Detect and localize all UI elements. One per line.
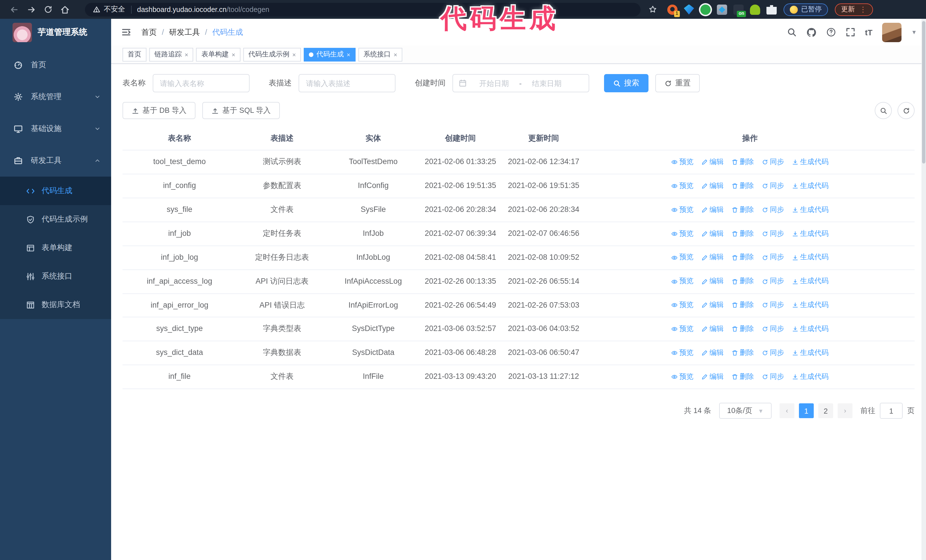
edit-link[interactable]: 编辑 [702, 180, 724, 192]
sync-link[interactable]: 同步 [762, 347, 784, 359]
generate-code-link[interactable]: 生成代码 [792, 324, 829, 335]
delete-link[interactable]: 删除 [732, 228, 754, 239]
extension-icon-5[interactable]: on [733, 4, 744, 15]
update-browser-button[interactable]: 更新 ⋮ [835, 3, 873, 16]
sync-link[interactable]: 同步 [762, 157, 784, 168]
end-date-input[interactable] [523, 79, 571, 88]
delete-link[interactable]: 删除 [732, 324, 754, 335]
tab-item[interactable]: 链路追踪× [149, 48, 194, 61]
sync-link[interactable]: 同步 [762, 228, 784, 239]
security-label[interactable]: 不安全 [104, 5, 125, 14]
preview-link[interactable]: 预览 [671, 157, 693, 168]
sidebar-item[interactable]: 研发工具 [0, 145, 111, 177]
generate-code-link[interactable]: 生成代码 [792, 157, 829, 168]
delete-link[interactable]: 删除 [732, 347, 754, 359]
page-scrollbar[interactable] [921, 19, 926, 560]
generate-code-link[interactable]: 生成代码 [792, 204, 829, 215]
close-icon[interactable]: × [232, 51, 235, 58]
scrollbar-thumb[interactable] [922, 21, 925, 163]
next-page-button[interactable]: › [838, 403, 852, 418]
extension-icon-4[interactable] [717, 4, 727, 15]
github-icon[interactable] [806, 27, 817, 37]
reload-icon[interactable] [44, 5, 53, 14]
tab-item[interactable]: 首页 [123, 48, 147, 61]
import-sql-button[interactable]: 基于 SQL 导入 [203, 102, 280, 119]
extension-icon-2[interactable] [684, 4, 694, 15]
delete-link[interactable]: 删除 [732, 157, 754, 168]
preview-link[interactable]: 预览 [671, 204, 693, 215]
sync-link[interactable]: 同步 [762, 180, 784, 192]
edit-link[interactable]: 编辑 [702, 371, 724, 383]
sync-link[interactable]: 同步 [762, 300, 784, 311]
generate-code-link[interactable]: 生成代码 [792, 252, 829, 263]
goto-page-input[interactable] [880, 403, 903, 419]
generate-code-link[interactable]: 生成代码 [792, 347, 829, 359]
generate-code-link[interactable]: 生成代码 [792, 276, 829, 287]
close-icon[interactable]: × [185, 51, 188, 58]
search-button[interactable]: 搜索 [604, 74, 649, 92]
page-size-select[interactable]: 10条/页 ▼ [719, 403, 772, 419]
sync-link[interactable]: 同步 [762, 276, 784, 287]
sync-link[interactable]: 同步 [762, 204, 784, 215]
import-db-button[interactable]: 基于 DB 导入 [123, 102, 196, 119]
extension-icon-7[interactable] [766, 4, 777, 15]
user-avatar[interactable] [882, 23, 902, 42]
delete-link[interactable]: 删除 [732, 300, 754, 311]
breadcrumb-tools[interactable]: 研发工具 [169, 27, 200, 37]
close-icon[interactable]: × [394, 51, 398, 58]
toggle-search-button[interactable] [875, 102, 892, 119]
search-icon[interactable] [787, 27, 797, 37]
preview-link[interactable]: 预览 [671, 252, 693, 263]
edit-link[interactable]: 编辑 [702, 157, 724, 168]
date-range-picker[interactable]: - [452, 74, 589, 92]
back-icon[interactable] [10, 5, 19, 14]
extension-icon-3[interactable] [701, 4, 711, 15]
sidebar-subitem[interactable]: 代码生成 [0, 177, 111, 205]
sidebar-subitem[interactable]: 系统接口 [0, 262, 111, 291]
url-host[interactable]: dashboard.yudao.iocoder.cn [137, 5, 227, 14]
reset-button[interactable]: 重置 [655, 74, 700, 92]
extension-icon-1[interactable]: 1 [667, 4, 678, 15]
forward-icon[interactable] [27, 5, 36, 14]
preview-link[interactable]: 预览 [671, 324, 693, 335]
sidebar-subitem[interactable]: 表单构建 [0, 234, 111, 262]
delete-link[interactable]: 删除 [732, 276, 754, 287]
font-size-icon[interactable]: tT [865, 28, 872, 37]
close-icon[interactable]: × [347, 51, 351, 58]
edit-link[interactable]: 编辑 [702, 276, 724, 287]
refresh-table-button[interactable] [897, 102, 915, 119]
delete-link[interactable]: 删除 [732, 204, 754, 215]
tab-item[interactable]: 代码生成示例× [243, 48, 301, 61]
tab-active[interactable]: 代码生成× [304, 48, 356, 61]
url-path[interactable]: /tool/codegen [227, 5, 269, 14]
preview-link[interactable]: 预览 [671, 347, 693, 359]
paused-extension-button[interactable]: 已暂停 [784, 3, 828, 16]
table-desc-input[interactable] [299, 74, 395, 92]
tab-item[interactable]: 表单构建× [196, 48, 241, 61]
page-button-1[interactable]: 1 [799, 403, 814, 418]
help-icon[interactable] [826, 27, 836, 37]
preview-link[interactable]: 预览 [671, 180, 693, 192]
tab-item[interactable]: 系统接口× [359, 48, 402, 61]
sidebar-subitem[interactable]: 代码生成示例 [0, 205, 111, 234]
sync-link[interactable]: 同步 [762, 324, 784, 335]
fullscreen-icon[interactable] [846, 27, 855, 37]
generate-code-link[interactable]: 生成代码 [792, 228, 829, 239]
sidebar-logo-row[interactable]: 芋道管理系统 [0, 19, 111, 45]
close-icon[interactable]: × [292, 51, 296, 58]
menu-dots-icon[interactable]: ⋮ [859, 5, 867, 14]
edit-link[interactable]: 编辑 [702, 324, 724, 335]
table-name-input[interactable] [153, 74, 249, 92]
generate-code-link[interactable]: 生成代码 [792, 371, 829, 383]
preview-link[interactable]: 预览 [671, 300, 693, 311]
start-date-input[interactable] [470, 79, 518, 88]
sync-link[interactable]: 同步 [762, 371, 784, 383]
generate-code-link[interactable]: 生成代码 [792, 300, 829, 311]
edit-link[interactable]: 编辑 [702, 252, 724, 263]
breadcrumb-home[interactable]: 首页 [141, 27, 157, 37]
sidebar-item[interactable]: 系统管理 [0, 81, 111, 113]
prev-page-button[interactable]: ‹ [779, 403, 794, 418]
edit-link[interactable]: 编辑 [702, 300, 724, 311]
home-icon[interactable] [61, 5, 70, 14]
sidebar-item[interactable]: 基础设施 [0, 113, 111, 145]
